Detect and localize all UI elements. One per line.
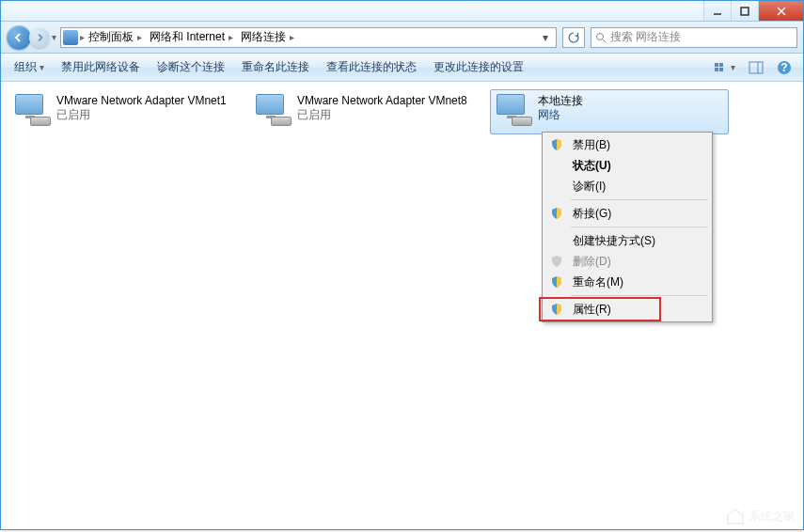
network-adapter-icon [252,92,297,130]
address-bar[interactable]: ▸ 控制面板▸ 网络和 Internet▸ 网络连接▸ ▾ [60,27,557,48]
adapter-status: 已启用 [297,108,467,122]
chevron-down-icon: ▾ [731,62,735,72]
history-dropdown-icon[interactable]: ▾ [52,32,56,42]
ctx-label: 删除(D) [573,254,611,270]
preview-pane-button[interactable] [745,59,767,76]
disable-device-button[interactable]: 禁用此网络设备 [55,55,146,79]
ctx-status[interactable]: 状态(U) [544,155,710,176]
ctx-disable[interactable]: 禁用(B) [544,134,710,155]
minimize-button[interactable] [703,1,731,21]
address-dropdown-icon[interactable]: ▾ [537,31,554,44]
ctx-shortcut[interactable]: 创建快捷方式(S) [544,230,710,251]
location-icon [63,30,78,45]
breadcrumb-label: 网络连接 [241,29,286,45]
chevron-icon: ▸ [229,32,233,42]
breadcrumb-control-panel[interactable]: 控制面板▸ [85,28,146,47]
watermark: 系统之家 [725,506,795,526]
view-options-button[interactable]: ▾ [710,59,739,76]
svg-point-4 [597,33,604,39]
network-adapter-item[interactable]: VMware Network Adapter VMnet8 已启用 [249,89,488,134]
network-adapter-item-selected[interactable]: 本地连接 网络 [490,89,729,134]
separator [571,227,708,227]
ctx-label: 状态(U) [573,158,611,174]
ctx-properties[interactable]: 属性(R) [544,299,710,320]
adapter-name: VMware Network Adapter VMnet1 [56,94,227,108]
search-input[interactable]: 搜索 网络连接 [591,27,797,48]
svg-line-5 [603,39,606,42]
back-button[interactable] [7,25,31,50]
ctx-delete: 删除(D) [544,251,710,272]
ctx-rename[interactable]: 重命名(M) [544,272,710,292]
separator [571,295,708,296]
search-placeholder: 搜索 网络连接 [610,29,681,45]
breadcrumb-label: 网络和 Internet [150,29,225,45]
svg-rect-8 [715,68,718,71]
svg-rect-10 [749,62,763,73]
explorer-window: ▾ ▸ 控制面板▸ 网络和 Internet▸ 网络连接▸ ▾ 搜索 网络连接 … [0,0,804,530]
view-status-button[interactable]: 查看此连接的状态 [321,55,422,79]
organize-button[interactable]: 组织 ▾ [8,55,50,79]
nav-bar: ▾ ▸ 控制面板▸ 网络和 Internet▸ 网络连接▸ ▾ 搜索 网络连接 [1,22,803,54]
breadcrumb-label: 控制面板 [88,29,134,45]
maximize-button[interactable] [731,1,758,21]
ctx-label: 桥接(G) [573,206,611,222]
ctx-bridge[interactable]: 桥接(G) [544,203,710,224]
diagnose-button[interactable]: 诊断这个连接 [151,55,230,79]
forward-button[interactable] [29,27,50,48]
title-bar [1,1,803,22]
network-adapter-icon [493,92,538,130]
svg-rect-9 [719,68,723,71]
command-bar: 组织 ▾ 禁用此网络设备 诊断这个连接 重命名此连接 查看此连接的状态 更改此连… [1,54,803,82]
nav-buttons: ▾ [7,25,56,50]
context-menu: 禁用(B) 状态(U) 诊断(I) 桥接(G) 创建快捷方式(S) 删除(D) … [542,132,713,322]
network-adapter-item[interactable]: VMware Network Adapter VMnet1 已启用 [8,89,247,134]
svg-rect-1 [741,8,749,15]
chevron-icon: ▸ [290,32,294,42]
search-icon [595,32,607,43]
shield-icon [550,275,563,289]
adapter-name: 本地连接 [538,94,583,108]
toolbar-label: 组织 [14,59,37,75]
chevron-down-icon: ▾ [39,62,44,72]
shield-icon [550,138,563,151]
ctx-label: 创建快捷方式(S) [573,233,655,249]
adapter-status: 网络 [538,108,583,122]
watermark-text: 系统之家 [749,509,795,524]
breadcrumb-network-internet[interactable]: 网络和 Internet▸ [146,28,237,47]
ctx-diagnose[interactable]: 诊断(I) [544,176,710,196]
close-button[interactable] [758,1,803,21]
breadcrumb-network-connections[interactable]: 网络连接▸ [237,28,298,47]
shield-icon [550,303,563,316]
shield-icon [550,255,563,268]
svg-rect-7 [719,63,723,67]
network-adapter-icon [11,92,56,130]
separator [571,199,708,200]
ctx-label: 重命名(M) [573,274,623,290]
shield-icon [550,207,563,220]
change-settings-button[interactable]: 更改此连接的设置 [428,55,529,79]
adapter-name: VMware Network Adapter VMnet8 [297,94,467,108]
ctx-label: 诊断(I) [573,179,606,195]
refresh-button[interactable] [562,27,585,48]
svg-rect-6 [715,63,718,67]
ctx-label: 属性(R) [573,302,611,318]
help-button[interactable]: ? [773,58,796,77]
adapter-status: 已启用 [56,108,227,122]
rename-button[interactable]: 重命名此连接 [236,55,315,79]
chevron-icon: ▸ [137,32,142,42]
svg-text:?: ? [780,61,787,74]
ctx-label: 禁用(B) [573,137,610,153]
